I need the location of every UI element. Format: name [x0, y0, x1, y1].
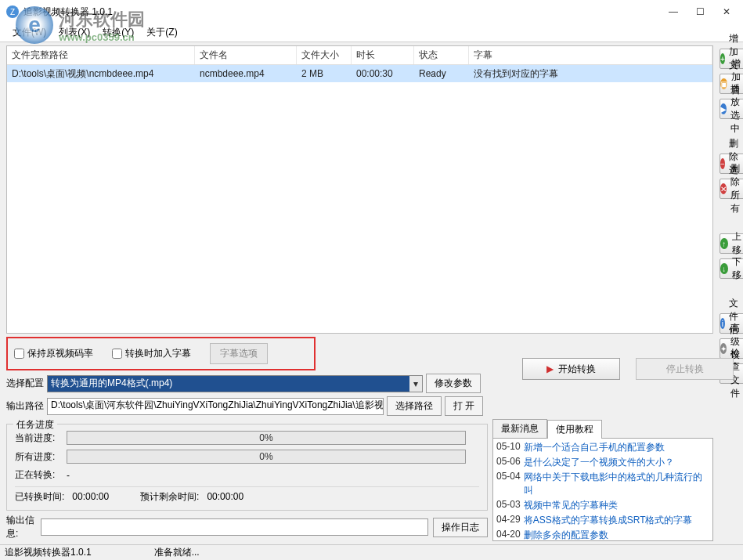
close-button[interactable]: ✕ [721, 6, 732, 17]
config-label: 选择配置 [6, 377, 44, 390]
open-path-button[interactable]: 打 开 [445, 396, 483, 416]
menu-list[interactable]: 列表(X) [52, 26, 96, 39]
up-arrow-icon: ↑ [720, 238, 728, 249]
move-down-button[interactable]: ↓下移 [720, 258, 743, 279]
app-icon: Z [6, 5, 19, 18]
statusbar: 追影视频转换器1.0.1 准备就绪... [0, 544, 743, 560]
info-icon: i [720, 318, 725, 329]
window-controls: — ☐ ✕ [668, 6, 732, 17]
th-size[interactable]: 文件大小 [297, 46, 352, 64]
play-selected-button[interactable]: ▶播放选中 [720, 99, 743, 119]
add-subtitle-label: 转换时加入字幕 [125, 347, 191, 360]
file-table[interactable]: 文件完整路径 文件名 文件大小 时长 状态 字幕 D:\tools\桌面\视频\… [6, 45, 713, 334]
minus-icon: − [720, 158, 725, 169]
th-subtitle[interactable]: 字幕 [469, 46, 712, 64]
start-convert-button[interactable]: ▶开始转换 [522, 358, 620, 380]
table-row[interactable]: D:\tools\桌面\视频\ncmbdeee.mp4 ncmbdeee.mp4… [7, 65, 712, 82]
cell-status: Ready [414, 68, 469, 79]
options-row: 保持原视频码率 转换时加入字幕 字幕选项 [6, 337, 316, 370]
down-arrow-icon: ↓ [720, 263, 728, 274]
status-app: 追影视频转换器1.0.1 [5, 546, 92, 559]
current-progress-bar: 0% [67, 431, 466, 445]
tab-tutorial[interactable]: 使用教程 [547, 420, 602, 439]
all-progress-bar: 0% [67, 450, 466, 464]
cell-size: 2 MB [297, 68, 352, 79]
config-select[interactable]: 转换为通用的MP4格式(.mp4) ▾ [47, 375, 423, 392]
list-item: 05-03视频中常见的字幕种类 [496, 498, 709, 513]
table-header: 文件完整路径 文件名 文件大小 时长 状态 字幕 [7, 46, 712, 65]
output-path-row: 输出路径 D:\tools\桌面\河东软件园\ZhuiYingVXiTongZh… [6, 396, 713, 416]
tab-news[interactable]: 最新消息 [492, 419, 547, 438]
output-path-input[interactable]: D:\tools\桌面\河东软件园\ZhuiYingVXiTongZhiJia\… [47, 398, 384, 415]
elapsed-value: 00:00:00 [72, 491, 109, 502]
status-ready: 准备就绪... [154, 546, 200, 559]
all-progress-label: 所有进度: [15, 450, 60, 464]
operation-log-button[interactable]: 操作日志 [433, 518, 488, 537]
checkbox-keep-bitrate[interactable]: 保持原视频码率 [14, 347, 93, 360]
news-list[interactable]: 05-10新增一个适合自己手机的配置参数 05-06是什么决定了一个视频文件的大… [492, 438, 713, 541]
progress-group: 任务进度 当前进度: 0% 所有进度: 0% 正在转换: - 已转换时间: [6, 424, 488, 511]
current-progress-label: 当前进度: [15, 432, 60, 445]
subtitle-options-button[interactable]: 字幕选项 [210, 343, 268, 364]
output-label: 输出路径 [6, 399, 44, 413]
play-triangle-icon: ▶ [546, 363, 554, 374]
titlebar: Z 追影视频转换器 1.0.1 — ☐ ✕ [0, 0, 743, 23]
output-info-label: 输出信息: [6, 514, 36, 540]
x-icon: ✕ [720, 183, 727, 194]
remain-value: 00:00:00 [207, 491, 243, 502]
folder-icon: ▣ [720, 78, 727, 89]
remain-label: 预计剩余时间: [140, 491, 199, 502]
edit-params-button[interactable]: 修改参数 [426, 374, 481, 393]
output-info-row: 输出信息: 操作日志 [6, 514, 488, 540]
config-value: 转换为通用的MP4格式(.mp4) [51, 377, 172, 390]
menu-file[interactable]: 文件(W) [6, 26, 52, 39]
plus-icon: + [720, 53, 725, 64]
window-title: 追影视频转换器 1.0.1 [23, 5, 668, 19]
cell-subtitle: 没有找到对应的字幕 [469, 67, 712, 81]
play-icon: ▶ [720, 103, 727, 114]
list-item: 04-20删除多余的配置参数 [496, 528, 709, 541]
maximize-button[interactable]: ☐ [694, 6, 705, 17]
list-item: 04-29将ASS格式的字幕转换成SRT格式的字幕 [496, 513, 709, 528]
tabs-area: 最新消息 使用教程 05-10新增一个适合自己手机的配置参数 05-06是什么决… [492, 419, 713, 541]
select-path-button[interactable]: 选择路径 [387, 396, 442, 416]
keep-bitrate-label: 保持原视频码率 [27, 347, 93, 360]
cell-duration: 00:00:30 [352, 68, 414, 79]
list-item: 05-04网络中关于下载电影中的格式的几种流行的叫 [496, 470, 709, 498]
stop-convert-button[interactable]: 停止转换 [636, 358, 734, 380]
menubar: 文件(W) 列表(X) 转换(Y) 关于(Z) [0, 23, 743, 42]
gear-icon: ✦ [720, 343, 727, 354]
progress-legend: 任务进度 [13, 418, 57, 432]
list-item: 05-10新增一个适合自己手机的配置参数 [496, 440, 709, 455]
minimize-button[interactable]: — [668, 6, 679, 17]
output-info-input[interactable] [41, 518, 428, 536]
th-name[interactable]: 文件名 [195, 46, 297, 64]
cell-path: D:\tools\桌面\视频\ncmbdeee.mp4 [7, 67, 195, 81]
elapsed-label: 已转换时间: [15, 491, 64, 502]
menu-about[interactable]: 关于(Z) [140, 26, 183, 39]
dropdown-arrow-icon: ▾ [409, 376, 422, 392]
converting-label: 正在转换: [15, 468, 60, 482]
th-path[interactable]: 文件完整路径 [7, 46, 195, 64]
checkbox-add-subtitle[interactable]: 转换时加入字幕 [112, 347, 191, 360]
converting-value: - [67, 470, 70, 481]
side-toolbar: +增加文件 ▣增加目录 ▶播放选中 −删除选中 ✕删除所有 ↑上移 ↓下移 i文… [716, 42, 743, 544]
menu-convert[interactable]: 转换(Y) [96, 26, 140, 39]
cell-name: ncmbdeee.mp4 [195, 68, 297, 79]
th-duration[interactable]: 时长 [352, 46, 414, 64]
list-item: 05-06是什么决定了一个视频文件的大小？ [496, 455, 709, 470]
delete-all-button[interactable]: ✕删除所有 [720, 179, 743, 199]
th-status[interactable]: 状态 [414, 46, 469, 64]
move-up-button[interactable]: ↑上移 [720, 233, 743, 254]
